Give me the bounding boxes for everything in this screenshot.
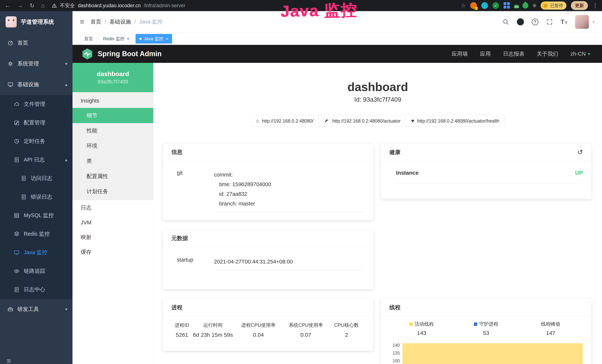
menu-label: API 日志 [24,156,45,163]
sba-item-logfile[interactable]: 日志 [73,200,153,215]
search-icon[interactable] [502,19,509,25]
address-bar[interactable]: 不安全 dashboard.yudao.iocoder.cn /infra/ad… [52,2,185,9]
close-icon[interactable]: × [166,37,168,41]
sba-item-jvm[interactable]: JVM [73,215,153,230]
sba-item-metrics[interactable]: 性能 [73,123,153,138]
sba-nav-wall[interactable]: 应用墙 [452,50,468,58]
ytick: 140 [389,341,400,349]
forward-icon[interactable]: → [17,2,23,9]
extension-icon-4[interactable] [504,2,510,9]
metadata-value: 2021-04-27T00:44:31.254+08:00 [214,257,365,270]
menu-item-java[interactable]: Java 监控 [0,243,73,262]
close-icon[interactable]: × [127,37,129,41]
threads-chart: 140 120 100 [389,341,583,364]
menu-label: 访问日志 [31,175,52,182]
chevron-down-icon: ▾ [65,61,67,66]
question-icon[interactable]: ? [532,19,538,25]
legend-daemon-threads: 守护进程 [454,321,518,327]
legend-value: 147 [518,330,583,336]
menu-item-redis[interactable]: Redis 监控 [0,225,73,243]
chrome-update-button[interactable]: 更新 [571,1,588,10]
process-card-body: 进程ID 运行时间 进程CPU使用率 系统CPU使用率 CPU核心数 5261 … [163,316,373,338]
sba-item-scheduled-tasks[interactable]: 计划任务 [73,184,153,199]
leaf-extension-icon[interactable] [521,1,529,10]
info-card-title: 信息 [163,143,373,161]
legend-label: 活动线程 [415,321,434,327]
sba-item-mappings[interactable]: 映射 [73,230,153,245]
menu-item-config[interactable]: 配置管理 [0,114,73,132]
menu-item-file[interactable]: 文件管理 [0,95,73,114]
document-icon [21,194,27,200]
threads-card-body: 活动线程 守护进程 线程峰值 [381,316,591,364]
cards-left-column: 信息 git commit: time: 1596289704000 id: 2… [163,143,373,351]
monitor-icon [14,250,20,256]
back-icon[interactable]: ← [5,2,11,9]
fullscreen-icon[interactable] [546,19,553,25]
extension-icon-5[interactable]: on [515,4,518,7]
breadcrumb-home[interactable]: 首页 [90,18,101,26]
sba-item-details[interactable]: 细节 [73,108,153,123]
tab-java-monitor[interactable]: Java 监控 × [136,34,172,43]
menu-item-devtools[interactable]: 研发工具 ▾ [0,299,73,320]
github-icon[interactable] [517,18,524,25]
sba-lang-label: zh-CN [570,51,586,57]
sba-nav-applications[interactable]: 应用 [480,50,491,58]
extension-icon-2[interactable] [481,2,488,9]
menu-item-api-log[interactable]: API 日志 ▴ [0,150,73,169]
user-avatar[interactable] [575,15,589,29]
menu-item-trace[interactable]: 链路追踪 [0,262,73,280]
hamburger-icon[interactable]: ≡ [80,18,84,26]
extension-icon-1[interactable]: 1 [470,2,477,9]
sba-nav-journal[interactable]: 日志报表 [503,50,525,58]
sba-item-caches[interactable]: 缓存 [73,245,153,260]
profile-paused-pill[interactable]: ☺ 已暂停 [541,1,566,10]
home-icon[interactable]: ⌂ [41,2,45,9]
actuator-url-button[interactable]: http://192.168.0.2:48080/actuator [319,115,406,127]
avatar-caret-icon[interactable]: ▾ [592,20,595,24]
menu-item-infra[interactable]: 基础设施 ▴ [0,74,73,95]
info-line: commit: [214,170,365,180]
reload-icon[interactable]: ↻ [30,2,34,9]
security-label: 不安全 [60,2,75,9]
cloud-icon [14,101,20,107]
sidebar-collapse-icon[interactable]: ≡ [7,357,11,364]
app-logo-row: 芋道管理系统 [0,11,73,33]
font-small-glyph: T [565,21,567,25]
ytick: 120 [389,349,400,357]
menu-item-home[interactable]: 首页 [0,33,73,54]
on-badge: on [514,5,519,8]
sba-item-configprops[interactable]: 配置属性 [73,169,153,184]
process-value: 0.04 [233,332,283,338]
health-url-button[interactable]: ♥ http://192.168.0.2:48080/actuator/heal… [406,115,505,127]
menu-item-system[interactable]: 系统管理 ▾ [0,54,73,74]
menu-item-access-log[interactable]: 访问日志 [0,169,73,188]
extension-icon-3[interactable]: ✓ [493,2,499,9]
browser-menu-icon[interactable]: ⋮ [592,2,599,9]
service-url-button[interactable]: ⌂ http://192.168.0.2:48080/ [250,115,319,127]
process-card: 进程 进程ID 运行时间 进程CPU使用率 系统CPU使用率 CPU核心数 [163,299,373,351]
font-size-icon[interactable]: T T [561,18,567,25]
table-grid-icon [14,213,20,218]
menu-item-log-center[interactable]: 日志中心 [0,280,73,299]
metadata-card: 元数据 startup 2021-04-27T00:44:31.254+08:0… [163,230,373,289]
history-icon[interactable]: ↺ [577,148,583,156]
sba-nav-about[interactable]: 关于我们 [537,50,558,58]
tab-redis-monitor[interactable]: Redis 监控 × [99,34,133,43]
tab-home[interactable]: 首页 [80,34,97,43]
puzzle-extension-icon[interactable] [533,4,536,7]
header-icon-cluster: ? T T ▾ [502,15,595,29]
sba-item-classes[interactable]: 类 [73,153,153,169]
bookmark-star-icon[interactable]: ☆ [461,2,466,9]
menu-label: 定时任务 [24,138,45,145]
sba-title: Spring Boot Admin [98,50,162,58]
menu-item-mysql[interactable]: MySQL 监控 [0,206,73,225]
question-glyph: ? [534,19,536,24]
dashboard-icon [7,40,13,46]
menu-item-error-log[interactable]: 错误日志 [0,188,73,206]
sba-instance-block[interactable]: dashboard 93a3fc7f7409 [73,63,153,92]
sba-language-select[interactable]: zh-CN ▾ [570,51,590,57]
sba-item-environment[interactable]: 环境 [73,138,153,153]
menu-item-job[interactable]: 定时任务 [0,132,73,150]
breadcrumb-infra[interactable]: 基础设施 [109,18,131,26]
sba-instance-name: dashboard [97,70,129,77]
